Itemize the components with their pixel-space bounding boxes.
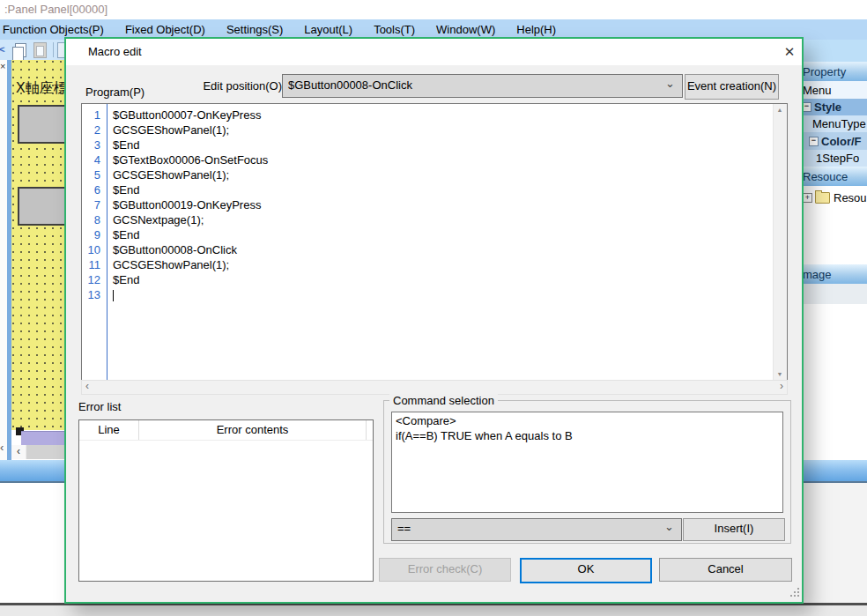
property-panel-header[interactable]: Property [800, 62, 867, 81]
window-title: :Panel Panel[00000] [4, 3, 107, 16]
text-caret [113, 290, 114, 301]
menu-window[interactable]: Window(W) [426, 23, 506, 36]
image-panel-header[interactable]: mage [800, 264, 867, 284]
cut-icon[interactable]: ✂ [0, 41, 5, 58]
program-label: Program(P) [85, 85, 144, 99]
cancel-button[interactable]: Cancel [659, 558, 792, 582]
property-item-style[interactable]: − Style [800, 99, 867, 115]
code-text-area[interactable]: $GButton00007-OnKeyPress GCSGEShowPanel(… [107, 104, 774, 380]
col-error-contents[interactable]: Error contents [139, 420, 367, 440]
expand-icon[interactable]: + [803, 193, 812, 203]
left-edge-strip [0, 60, 7, 460]
command-help-text: if(A==B) TRUE when A equals to B [396, 428, 779, 443]
canvas-hscrollbar[interactable]: ‹ [11, 445, 64, 459]
scroll-left-icon[interactable]: ‹ [11, 445, 26, 459]
panel-design-canvas[interactable]: X軸座標 [11, 60, 64, 430]
code-line[interactable]: $End [113, 272, 774, 287]
folder-icon [815, 192, 830, 204]
image-panel-subrow [800, 284, 867, 304]
command-name: <Compare> [396, 413, 779, 428]
code-line[interactable]: GCSGEShowPanel(1); [113, 122, 774, 137]
scrollbar-thumb[interactable] [26, 445, 64, 459]
menu-tools[interactable]: Tools(T) [363, 23, 426, 36]
line-number-gutter: 1 2 3 4 5 6 7 8 9 10 11 12 13 [82, 104, 107, 380]
canvas-lavender-object[interactable] [21, 431, 64, 445]
command-selection-label: Command selection [389, 394, 498, 407]
col-line[interactable]: Line [79, 420, 139, 440]
code-line[interactable]: GCSNextpage(1); [113, 212, 774, 227]
error-list-label: Error list [78, 400, 121, 413]
collapse-icon[interactable]: − [809, 137, 819, 146]
operator-combobox[interactable]: == ⌄ [391, 518, 682, 541]
macro-edit-dialog: Macro edit ✕ Program(P) Edit position(O)… [64, 37, 804, 604]
code-line[interactable]: $End [113, 182, 774, 197]
canvas-text-label: X軸座標 [16, 79, 64, 98]
menu-help[interactable]: Help(H) [506, 23, 567, 36]
lower-left-white [0, 483, 64, 603]
toolbar: ✂ [0, 40, 70, 61]
command-selection-group: Command selection <Compare> if(A==B) TRU… [383, 400, 791, 544]
error-check-button: Error check(C) [379, 558, 511, 582]
macro-code-editor[interactable]: 1 2 3 4 5 6 7 8 9 10 11 12 13 $GButton00… [81, 103, 788, 381]
code-line[interactable]: $GButton00007-OnKeyPress [113, 108, 774, 122]
code-line[interactable]: $End [113, 137, 774, 152]
close-icon[interactable]: ✕ [780, 42, 799, 62]
code-line[interactable]: $GButton00019-OnKeyPress [113, 197, 774, 212]
code-line[interactable]: GCSGEShowPanel(1); [113, 257, 774, 272]
property-item-menu[interactable]: Menu [800, 81, 867, 99]
dialog-title: Macro edit [88, 39, 142, 65]
resize-grip[interactable] [790, 588, 799, 597]
menu-layout[interactable]: Layout(L) [293, 23, 363, 36]
edit-position-value: $GButton00008-OnClick [288, 78, 412, 92]
col-spacer [367, 420, 373, 440]
dialog-titlebar[interactable]: Macro edit ✕ [66, 39, 802, 65]
menu-settings[interactable]: Settings(S) [216, 23, 293, 36]
code-line[interactable]: $End [113, 227, 774, 242]
resource-panel-header[interactable]: Resouce [800, 167, 867, 186]
image-panel-body [800, 304, 867, 460]
screen: :Panel Panel[00000] Function Objects(P) … [0, 0, 867, 616]
code-line[interactable]: GCSGEShowPanel(1); [113, 167, 774, 182]
scroll-up-icon[interactable]: ▲ [774, 107, 786, 113]
command-description-box[interactable]: <Compare> if(A==B) TRUE when A equals to… [391, 412, 783, 513]
error-list-header: Line Error contents [79, 420, 373, 441]
error-list[interactable]: Line Error contents [78, 419, 374, 582]
paste-icon[interactable] [33, 42, 47, 58]
scroll-right-icon[interactable]: › [780, 381, 783, 392]
ok-button[interactable]: OK [520, 558, 652, 583]
resource-tree-item[interactable]: + Resou [800, 189, 867, 205]
chevron-down-icon[interactable]: ⌄ [664, 518, 674, 537]
pane-close-icon[interactable]: × [0, 62, 5, 71]
operator-value: == [397, 522, 411, 535]
toolbar-separator [53, 42, 54, 57]
editor-vscrollbar[interactable]: ▲ ▼ [773, 104, 787, 380]
code-line[interactable]: $GButton00008-OnClick [113, 242, 774, 257]
copy-icon[interactable] [15, 43, 26, 57]
menu-function-objects[interactable]: Function Objects(P) [0, 23, 115, 36]
scroll-left-icon[interactable]: ‹ [85, 381, 89, 392]
edit-position-label: Edit position(O) [154, 79, 282, 93]
scroll-down-icon[interactable]: ▼ [774, 371, 786, 377]
canvas-button-object[interactable] [18, 187, 64, 226]
property-item-1step[interactable]: 1StepFo [800, 150, 867, 167]
canvas-button-object[interactable] [18, 105, 64, 144]
code-line[interactable]: $GTextBox00006-OnSetFocus [113, 152, 774, 167]
status-bar [0, 605, 867, 616]
chevron-down-icon[interactable]: ⌄ [665, 74, 675, 93]
property-item-colorf[interactable]: − Color/F [800, 132, 867, 150]
edit-position-combobox[interactable]: $GButton00008-OnClick ⌄ [282, 74, 683, 98]
code-line[interactable] [113, 287, 774, 302]
event-creation-button[interactable]: Event creation(N) [685, 74, 779, 100]
outer-scroll-left-icon[interactable]: ‹ [0, 441, 4, 454]
insert-button[interactable]: Insert(I) [683, 518, 785, 541]
right-dock-panel: Property Menu − Style MenuType − Color/F… [800, 40, 867, 460]
editor-hscrollbar[interactable]: ‹ › [81, 380, 788, 395]
menu-fixed-object[interactable]: Fixed Object(D) [115, 23, 216, 36]
property-item-menutype[interactable]: MenuType [800, 115, 867, 132]
